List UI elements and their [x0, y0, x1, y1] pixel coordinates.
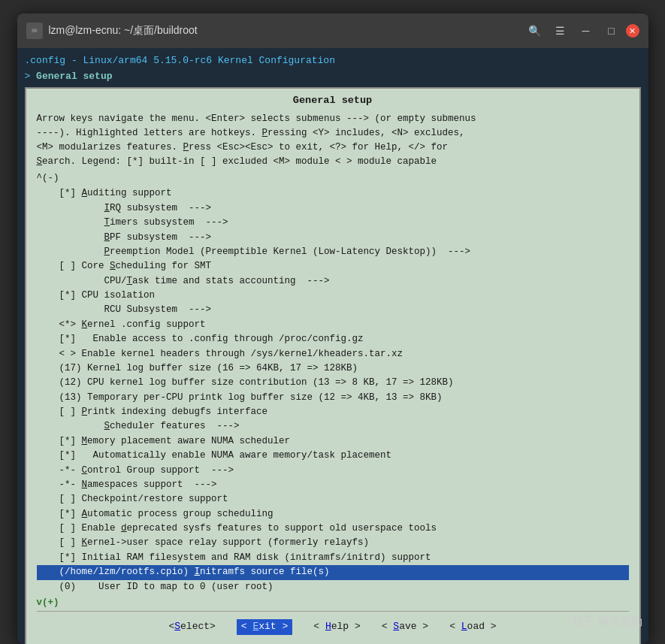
select-button[interactable]: <Select>: [168, 620, 215, 634]
list-item: [*] Enable access to .config through /pr…: [37, 332, 629, 346]
list-item: (12) CPU kernel log buffer size contribu…: [37, 376, 629, 390]
help-button[interactable]: < Help >: [313, 620, 360, 634]
list-item: (13) Temporary per-CPU printk log buffer…: [37, 391, 629, 405]
terminal-icon: ⌨: [26, 23, 43, 39]
breadcrumb-arrow: >: [25, 71, 37, 82]
list-item: [ ] Checkpoint/restore support: [37, 492, 629, 506]
list-item: [*] CPU isolation: [37, 289, 629, 303]
breadcrumb-line1: .config - Linux/arm64 5.15.0-rc6 Kernel …: [25, 54, 641, 68]
list-item: [ ] Enable deprecated sysfs features to …: [37, 522, 629, 536]
titlebar-controls: 🔍 ☰ ─ □ ✕: [524, 20, 639, 42]
list-item: Preemption Model (Preemptible Kernel (Lo…: [37, 245, 629, 259]
list-item: IRQ subsystem --->: [37, 201, 629, 216]
list-item: <*> Kernel .config support: [37, 318, 629, 332]
help-line-3: <M> modularizes features. Press <Esc><Es…: [37, 141, 629, 155]
terminal-window: ⌨ lzm@lzm-ecnu: ~/桌面/buildroot 🔍 ☰ ─ □ ✕…: [17, 14, 648, 644]
exit-button[interactable]: < Exit >: [237, 619, 292, 635]
list-item: BPF subsystem --->: [37, 231, 629, 245]
list-item: -*- Control Group support --->: [37, 464, 629, 478]
list-item: (17) Kernel log buffer size (16 => 64KB,…: [37, 361, 629, 376]
list-item: [*] Automatically enable NUMA aware memo…: [37, 449, 629, 463]
list-item: -*- Namespaces support --->: [37, 478, 629, 492]
save-button[interactable]: < Save >: [382, 620, 428, 634]
list-item: Timers subsystem --->: [37, 216, 629, 230]
minimize-button[interactable]: ─: [575, 20, 597, 42]
watermark: 知乎 @求密勒: [572, 615, 642, 629]
help-line-1: Arrow keys navigate the menu. <Enter> se…: [37, 112, 629, 126]
list-item-highlighted[interactable]: (/home/lzm/rootfs.cpio) Initramfs source…: [37, 565, 629, 579]
separator-bottom: v(+): [37, 596, 629, 609]
separator-top: ^(-): [37, 171, 629, 185]
breadcrumb-line2: > General setup: [25, 70, 641, 84]
close-button[interactable]: ✕: [626, 24, 639, 38]
list-item: [*] Initial RAM filesystem and RAM disk …: [37, 551, 629, 565]
window-title: lzm@lzm-ecnu: ~/桌面/buildroot: [49, 24, 198, 38]
list-item: [*] Memory placement aware NUMA schedule…: [37, 434, 629, 449]
menu-button[interactable]: ☰: [549, 20, 572, 42]
list-item: < > Enable kernel headers through /sys/k…: [37, 347, 629, 361]
config-title: General setup: [37, 93, 629, 108]
load-button[interactable]: < Load >: [449, 620, 496, 634]
breadcrumb-current: General setup: [36, 71, 112, 82]
list-item: Scheduler features --->: [37, 419, 629, 434]
bottom-bar: <Select> < Exit > < Help > < Save > < Lo…: [37, 611, 629, 644]
breadcrumb-config: .config - Linux/arm64 5.15.0-rc6 Kernel …: [25, 55, 335, 66]
menu-list: [*] Auditing support IRQ subsystem ---> …: [37, 186, 629, 594]
help-line-4: Search. Legend: [*] built-in [ ] exclude…: [37, 155, 629, 169]
list-item: CPU/Task time and stats accounting --->: [37, 274, 629, 289]
terminal-body: .config - Linux/arm64 5.15.0-rc6 Kernel …: [17, 48, 648, 644]
config-help: Arrow keys navigate the menu. <Enter> se…: [37, 112, 629, 168]
list-item: RCU Subsystem --->: [37, 303, 629, 317]
list-item: [ ] Printk indexing debugfs interface: [37, 405, 629, 419]
help-line-2: ----). Highlighted letters are hotkeys. …: [37, 126, 629, 141]
maximize-button[interactable]: □: [600, 20, 623, 42]
list-item: [ ] Core Scheduling for SMT: [37, 259, 629, 274]
config-window: General setup Arrow keys navigate the me…: [25, 87, 641, 644]
titlebar-left: ⌨ lzm@lzm-ecnu: ~/桌面/buildroot: [26, 23, 198, 39]
list-item: (0) User ID to map to 0 (user root): [37, 580, 629, 594]
list-item: [ ] Kernel->user space relay support (fo…: [37, 536, 629, 550]
list-item: [*] Auditing support: [37, 186, 629, 201]
search-button[interactable]: 🔍: [524, 20, 546, 42]
list-item: [*] Automatic process group scheduling: [37, 507, 629, 522]
titlebar: ⌨ lzm@lzm-ecnu: ~/桌面/buildroot 🔍 ☰ ─ □ ✕: [17, 14, 648, 48]
